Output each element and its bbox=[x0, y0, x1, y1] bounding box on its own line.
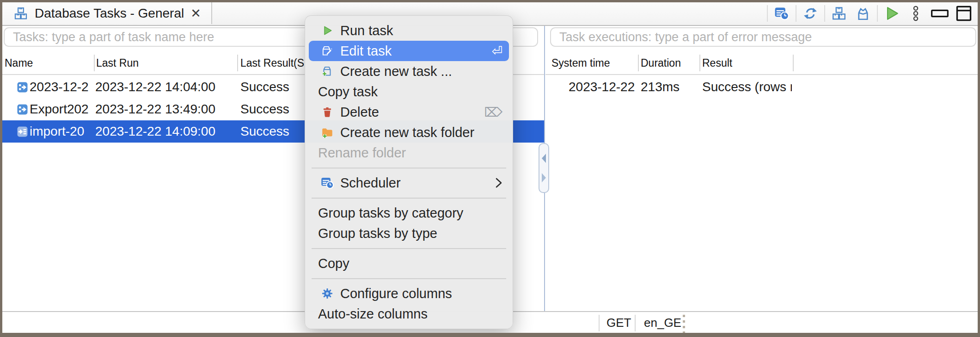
column-header-duration[interactable]: Duration bbox=[641, 52, 681, 74]
task-scheduler-icon bbox=[774, 6, 790, 21]
execution-row[interactable]: 2023-12-22 213ms Success (rows n bbox=[545, 76, 978, 98]
task-executions-search-input[interactable] bbox=[550, 27, 976, 47]
last-run-cell: 2023-12-22 14:09:00 bbox=[95, 120, 236, 143]
column-divider bbox=[793, 55, 794, 71]
submenu-chevron-icon bbox=[495, 177, 502, 189]
status-divider bbox=[599, 315, 600, 331]
toolbar bbox=[765, 2, 976, 24]
menu-item-group-by-category[interactable]: Group tasks by category bbox=[305, 203, 513, 223]
menu-item-copy[interactable]: Copy bbox=[305, 253, 513, 274]
status-get[interactable]: GET bbox=[606, 312, 631, 334]
menu-item-auto-size-columns[interactable]: Auto-size columns bbox=[305, 304, 513, 324]
menu-item-run-task[interactable]: Run task bbox=[305, 20, 513, 41]
last-result-cell: Success bbox=[240, 98, 303, 120]
column-header-last-result[interactable]: Last Result(S bbox=[240, 52, 304, 74]
edit-task-icon bbox=[320, 44, 334, 58]
header-underline bbox=[545, 74, 978, 75]
menu-item-group-by-type[interactable]: Group tasks by type bbox=[305, 223, 513, 243]
import-task-icon bbox=[17, 126, 28, 137]
toolbar-divider bbox=[767, 5, 768, 22]
collapse-right-icon[interactable] bbox=[540, 173, 547, 183]
export-task-icon bbox=[17, 104, 28, 115]
create-folder-icon bbox=[320, 125, 334, 139]
task-name-cell: import-20 bbox=[30, 120, 93, 143]
status-divider bbox=[635, 315, 636, 331]
last-result-cell: Success bbox=[240, 76, 303, 98]
refresh-button[interactable] bbox=[798, 2, 822, 24]
minimize-button[interactable] bbox=[928, 2, 952, 24]
menu-item-create-task-folder[interactable]: Create new task folder bbox=[305, 122, 513, 143]
group-tasks-icon bbox=[831, 6, 847, 21]
package-icon bbox=[855, 6, 871, 21]
group-tasks-button[interactable] bbox=[827, 2, 851, 24]
tab-close-icon[interactable]: ✕ bbox=[189, 6, 203, 21]
splitter-sash[interactable] bbox=[539, 143, 549, 193]
status-grip-handle[interactable] bbox=[683, 315, 685, 334]
configure-columns-gear-icon bbox=[320, 287, 334, 300]
menu-item-edit-task[interactable]: Edit task ⏎ bbox=[309, 41, 509, 61]
result-cell: Success (rows n bbox=[702, 76, 792, 98]
menu-item-rename-folder[interactable]: Rename folder bbox=[305, 143, 513, 163]
system-time-cell: 2023-12-22 bbox=[569, 76, 637, 98]
database-tasks-window: Database Tasks - General ✕ bbox=[0, 0, 980, 337]
menu-separator bbox=[305, 243, 513, 253]
database-tasks-icon bbox=[13, 6, 28, 21]
delete-trash-icon bbox=[320, 105, 334, 119]
refresh-icon bbox=[802, 6, 818, 21]
column-header-last-run[interactable]: Last Run bbox=[96, 52, 139, 74]
menu-item-copy-task[interactable]: Copy task bbox=[305, 81, 513, 102]
column-header-result[interactable]: Result bbox=[702, 52, 732, 74]
column-header-system-time[interactable]: System time bbox=[551, 52, 610, 74]
column-divider bbox=[237, 55, 238, 71]
last-run-cell: 2023-12-22 13:49:00 bbox=[95, 98, 236, 120]
maximize-button[interactable] bbox=[952, 2, 976, 24]
task-name-cell: Export202 bbox=[30, 98, 93, 120]
toolbar-divider bbox=[877, 5, 878, 22]
more-options-icon bbox=[909, 6, 923, 21]
menu-separator bbox=[305, 274, 513, 283]
menu-item-scheduler[interactable]: Scheduler bbox=[305, 173, 513, 193]
task-context-menu: Run task Edit task ⏎ bbox=[305, 15, 513, 329]
collapse-left-icon[interactable] bbox=[540, 153, 547, 163]
task-name-cell: 2023-12-2 bbox=[30, 76, 93, 98]
column-header-name[interactable]: Name bbox=[5, 52, 33, 74]
run-task-icon bbox=[320, 24, 334, 37]
menu-item-delete[interactable]: Delete ⌦ bbox=[305, 102, 513, 122]
package-button[interactable] bbox=[851, 2, 875, 24]
menu-item-configure-columns[interactable]: Configure columns bbox=[305, 283, 513, 304]
menu-separator bbox=[305, 163, 513, 173]
menu-item-create-new-task[interactable]: Create new task ... bbox=[305, 61, 513, 81]
column-divider bbox=[94, 55, 95, 71]
duration-cell: 213ms bbox=[641, 76, 698, 98]
shortcut-delete-key: ⌦ bbox=[484, 105, 502, 120]
status-locale[interactable]: en_GE bbox=[644, 312, 681, 334]
create-task-icon bbox=[320, 64, 334, 78]
toolbar-divider bbox=[796, 5, 796, 22]
export-task-icon bbox=[17, 82, 28, 93]
last-run-cell: 2023-12-22 14:04:00 bbox=[95, 76, 236, 98]
last-result-cell: Success bbox=[240, 120, 303, 143]
tab-database-tasks[interactable]: Database Tasks - General ✕ bbox=[2, 2, 212, 24]
task-scheduler-button[interactable] bbox=[770, 2, 794, 24]
shortcut-return-key: ⏎ bbox=[492, 44, 502, 59]
run-task-button[interactable] bbox=[880, 2, 904, 24]
maximize-icon bbox=[956, 6, 972, 21]
more-options-button[interactable] bbox=[904, 2, 928, 24]
scheduler-icon bbox=[320, 176, 334, 190]
toolbar-divider bbox=[824, 5, 825, 22]
menu-separator bbox=[305, 193, 513, 203]
minimize-icon bbox=[931, 6, 949, 21]
tab-title: Database Tasks - General bbox=[35, 6, 184, 21]
column-divider bbox=[699, 55, 700, 71]
run-task-icon bbox=[883, 5, 900, 22]
column-divider bbox=[638, 55, 639, 71]
